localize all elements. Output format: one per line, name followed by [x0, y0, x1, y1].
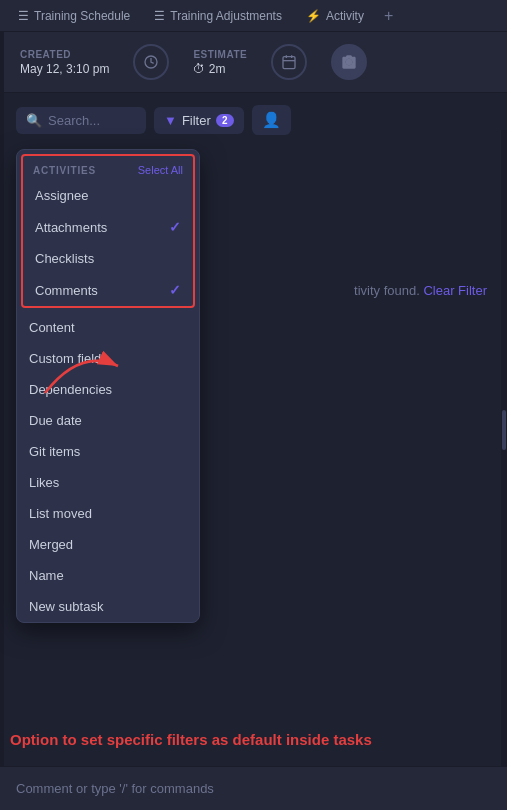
filter-item-likes[interactable]: Likes	[17, 467, 199, 498]
filter-item-due-date[interactable]: Due date	[17, 405, 199, 436]
calendar-icon-button[interactable]	[271, 44, 307, 80]
svg-point-5	[346, 59, 353, 66]
scrollbar-thumb[interactable]	[502, 410, 506, 450]
filter-button[interactable]: ▼ Filter 2	[154, 107, 244, 134]
filter-item-list-moved[interactable]: List moved	[17, 498, 199, 529]
activities-label: ACTIVITIES	[33, 165, 96, 176]
caption-text: Option to set specific filters as defaul…	[10, 729, 497, 750]
filter-item-assignee[interactable]: Assignee	[23, 180, 193, 211]
created-value: May 12, 3:10 pm	[20, 62, 109, 76]
clear-filter-link[interactable]: Clear Filter	[423, 283, 487, 298]
estimate-value: ⏱ 2m	[193, 62, 247, 76]
filter-bar: 🔍 Search... ▼ Filter 2 👤	[16, 105, 491, 135]
activity-icon: ⚡	[306, 9, 321, 23]
tab-activity[interactable]: ⚡ Activity	[296, 5, 374, 27]
activities-section: ACTIVITIES Select All Assignee Attachmen…	[21, 154, 195, 308]
assignee-filter-button[interactable]: 👤	[252, 105, 291, 135]
list-icon: ☰	[18, 9, 29, 23]
tab-training-adjustments[interactable]: ☰ Training Adjustments	[144, 5, 292, 27]
checkmark-attachments: ✓	[169, 219, 181, 235]
comment-placeholder[interactable]: Comment or type '/' for commands	[16, 781, 214, 796]
arrow-annotation	[40, 338, 130, 401]
checkmark-comments: ✓	[169, 282, 181, 298]
person-icon: 👤	[262, 111, 281, 129]
filter-item-merged[interactable]: Merged	[17, 529, 199, 560]
scrollbar-track	[501, 130, 507, 766]
list-icon-2: ☰	[154, 9, 165, 23]
comment-bar: Comment or type '/' for commands	[0, 766, 507, 810]
search-icon: 🔍	[26, 113, 42, 128]
no-activity-text: tivity found. Clear Filter	[354, 283, 487, 298]
created-field: CREATED May 12, 3:10 pm	[20, 49, 109, 76]
filter-item-new-subtask[interactable]: New subtask	[17, 591, 199, 622]
estimate-label: ESTIMATE	[193, 49, 247, 60]
filter-item-checklists[interactable]: Checklists	[23, 243, 193, 274]
svg-rect-1	[283, 57, 295, 69]
tab-training-schedule[interactable]: ☰ Training Schedule	[8, 5, 140, 27]
filter-item-git-items[interactable]: Git items	[17, 436, 199, 467]
tab-bar: ☰ Training Schedule ☰ Training Adjustmen…	[0, 0, 507, 32]
task-header: CREATED May 12, 3:10 pm ESTIMATE ⏱ 2m	[0, 32, 507, 93]
filter-count-badge: 2	[216, 114, 234, 127]
filter-icon: ▼	[164, 113, 177, 128]
created-label: CREATED	[20, 49, 109, 60]
filter-item-comments[interactable]: Comments ✓	[23, 274, 193, 306]
estimate-field: ESTIMATE ⏱ 2m	[193, 49, 247, 76]
estimate-icon: ⏱	[193, 62, 205, 76]
activities-header: ACTIVITIES Select All	[23, 156, 193, 180]
camera-icon-button[interactable]	[331, 44, 367, 80]
timer-icon-button[interactable]	[133, 44, 169, 80]
search-placeholder: Search...	[48, 113, 100, 128]
select-all-button[interactable]: Select All	[138, 164, 183, 176]
search-box[interactable]: 🔍 Search...	[16, 107, 146, 134]
filter-item-name[interactable]: Name	[17, 560, 199, 591]
main-content: 🔍 Search... ▼ Filter 2 👤 ACTIVITIES Sele…	[0, 93, 507, 159]
filter-item-attachments[interactable]: Attachments ✓	[23, 211, 193, 243]
add-tab-button[interactable]: +	[378, 3, 399, 29]
